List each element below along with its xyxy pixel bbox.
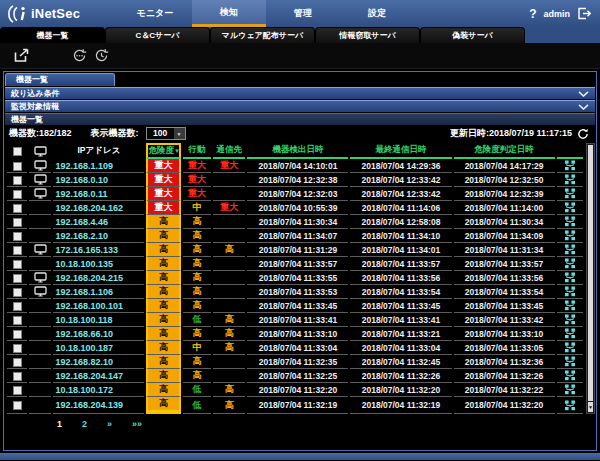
table-row[interactable]: 192.168.204.215 高 高 2018/07/04 11:33:55 … <box>7 271 583 285</box>
page-2[interactable]: 2 <box>82 419 87 429</box>
nav-detection[interactable]: 検知 <box>192 0 266 27</box>
history-clock-button[interactable] <box>90 46 112 66</box>
header-detected[interactable]: 機器検出日時 <box>247 143 348 159</box>
row-checkbox[interactable] <box>13 386 22 395</box>
tab-info-theft-server[interactable]: 情報窃取サーバ <box>315 27 420 43</box>
detail-network-icon[interactable] <box>564 272 576 283</box>
header-risk[interactable]: 危険度▼ <box>146 143 180 159</box>
table-header-row: IPアドレス 危険度▼ 行動 通信先 機器検出日時 最終通信日時 危険度判定日時 <box>7 143 583 159</box>
row-checkbox[interactable] <box>13 218 22 227</box>
history-rewind-button[interactable] <box>68 46 90 66</box>
header-risk-judged[interactable]: 危険度判定日時 <box>454 143 555 159</box>
help-icon[interactable]: ? <box>529 7 536 21</box>
row-checkbox[interactable] <box>13 274 22 283</box>
tab-malware-server[interactable]: マルウェア配布サーバ <box>210 27 315 43</box>
row-checkbox[interactable] <box>13 176 22 185</box>
table-row[interactable]: 192.168.4.46 高 高 2018/07/04 11:30:34 201… <box>7 215 583 229</box>
table-row[interactable]: 192.168.100.101 高 高 2018/07/04 11:33:45 … <box>7 299 583 313</box>
tab-spoof-server[interactable]: 偽装サーバ <box>420 27 525 43</box>
detail-network-icon[interactable] <box>564 286 576 297</box>
refresh-icon[interactable] <box>577 128 589 140</box>
behavior-level: 高 <box>183 257 211 271</box>
row-checkbox[interactable] <box>13 302 22 311</box>
row-checkbox[interactable] <box>13 232 22 241</box>
detail-network-icon[interactable] <box>564 216 576 227</box>
header-behavior[interactable]: 行動 <box>183 143 211 159</box>
header-last-comm[interactable]: 最終通信日時 <box>350 143 451 159</box>
detail-network-icon[interactable] <box>564 314 576 325</box>
table-row[interactable]: 192.168.82.10 高 高 2018/07/04 11:32:35 20… <box>7 355 583 369</box>
scrollbar-down-button[interactable]: ▼ <box>588 402 593 412</box>
table-row[interactable]: 172.16.165.133 高 高 高 2018/07/04 11:31:29… <box>7 243 583 257</box>
vertical-scrollbar[interactable]: ▼ <box>586 143 595 414</box>
table-row[interactable]: 192.168.204.147 高 高 2018/07/04 11:32:25 … <box>7 369 583 383</box>
nav-monitor[interactable]: モニター <box>118 0 192 27</box>
section-filter-conditions[interactable]: 絞り込み条件 <box>5 87 595 99</box>
inner-tab-device-list[interactable]: 機器一覧 <box>5 73 115 86</box>
risk-level: 高 <box>146 229 180 243</box>
logout-icon[interactable] <box>577 7 592 20</box>
table-row[interactable]: 192.168.0.10 重大 重大 2018/07/04 12:32:38 2… <box>7 173 583 187</box>
table-row[interactable]: 10.18.100.172 高 低 高 2018/07/04 11:32:20 … <box>7 383 583 397</box>
risk-level: 高 <box>146 383 180 397</box>
table-row[interactable]: 10.18.100.135 高 高 2018/07/04 11:33:57 20… <box>7 257 583 271</box>
row-checkbox[interactable] <box>13 344 22 353</box>
row-checkbox[interactable] <box>13 358 22 367</box>
detail-network-icon[interactable] <box>564 230 576 241</box>
page-next[interactable]: » <box>107 419 112 429</box>
monitor-icon <box>34 146 47 157</box>
detail-network-icon[interactable] <box>564 356 576 367</box>
table-row[interactable]: 10.18.100.187 高 中 高 2018/07/04 11:33:04 … <box>7 341 583 355</box>
detail-network-icon[interactable] <box>564 342 576 353</box>
detail-network-icon[interactable] <box>564 174 576 185</box>
table-row[interactable]: 192.168.1.106 高 高 2018/07/04 11:33:53 20… <box>7 285 583 299</box>
detail-network-icon[interactable] <box>564 244 576 255</box>
row-checkbox[interactable] <box>13 260 22 269</box>
risk-level: 高 <box>146 257 180 271</box>
risk-level: 重大 <box>146 173 180 187</box>
behavior-level: 中 <box>183 341 211 355</box>
detected-at: 2018/07/04 11:33:57 <box>247 257 348 271</box>
row-checkbox[interactable] <box>13 372 22 381</box>
device-icon-header[interactable] <box>29 143 51 159</box>
row-checkbox[interactable] <box>13 162 22 171</box>
detail-network-icon[interactable] <box>564 384 576 395</box>
table-row[interactable]: 192.168.2.10 高 高 2018/07/04 11:34:07 201… <box>7 229 583 243</box>
header-ip[interactable]: IPアドレス <box>53 143 144 159</box>
detail-network-icon[interactable] <box>564 160 576 171</box>
detail-network-icon[interactable] <box>564 370 576 381</box>
row-checkbox[interactable] <box>13 288 22 297</box>
row-checkbox[interactable] <box>13 190 22 199</box>
table-row[interactable]: 192.168.204.162 重大 中 重大 2018/07/04 10:55… <box>7 201 583 215</box>
detail-network-icon[interactable] <box>564 328 576 339</box>
scrollbar-thumb[interactable] <box>588 145 593 401</box>
nav-management[interactable]: 管理 <box>266 0 340 27</box>
last-comm-at: 2018/07/04 11:14:06 <box>350 201 451 215</box>
row-checkbox[interactable] <box>13 401 22 410</box>
table-row[interactable]: 192.168.1.109 重大 重大 重大 2018/07/04 14:10:… <box>7 159 583 173</box>
detail-network-icon[interactable] <box>564 202 576 213</box>
table-row[interactable]: 192.168.204.139 高 低 高 2018/07/04 11:32:1… <box>7 397 583 414</box>
table-row[interactable]: 10.18.100.118 高 低 高 2018/07/04 11:33:41 … <box>7 313 583 327</box>
table-row[interactable]: 192.168.66.10 高 高 高 2018/07/04 11:33:10 … <box>7 327 583 341</box>
row-checkbox[interactable] <box>13 246 22 255</box>
page-last[interactable]: »» <box>132 419 142 429</box>
row-checkbox[interactable] <box>13 204 22 213</box>
display-count-select[interactable]: 100 ▼ <box>146 127 186 140</box>
row-checkbox[interactable] <box>13 316 22 325</box>
tab-device-list[interactable]: 機器一覧 <box>0 27 105 43</box>
detail-network-icon[interactable] <box>564 188 576 199</box>
last-comm-at: 2018/07/04 11:33:21 <box>350 327 451 341</box>
select-all-checkbox[interactable] <box>7 143 27 159</box>
header-destination[interactable]: 通信先 <box>213 143 245 159</box>
detail-network-icon[interactable] <box>564 400 576 411</box>
detail-network-icon[interactable] <box>564 258 576 269</box>
table-row[interactable]: 192.168.0.11 重大 重大 2018/07/04 12:32:03 2… <box>7 187 583 201</box>
export-button[interactable] <box>10 46 32 66</box>
detail-network-icon[interactable] <box>564 300 576 311</box>
section-monitored-info[interactable]: 監視対象情報 <box>5 100 595 112</box>
row-checkbox[interactable] <box>13 330 22 339</box>
nav-settings[interactable]: 設定 <box>340 0 414 27</box>
risk-level: 高 <box>146 355 180 369</box>
tab-cc-server[interactable]: C＆Cサーバ <box>105 27 210 43</box>
